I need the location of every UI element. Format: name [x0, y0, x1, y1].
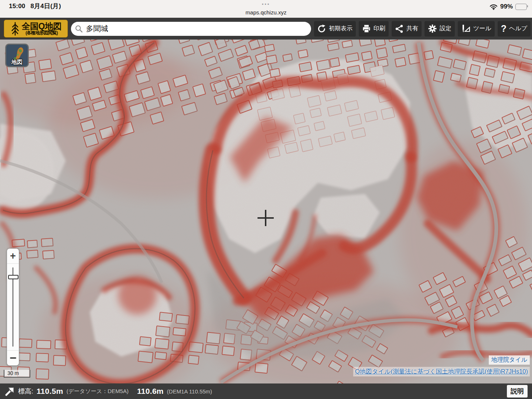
wifi-icon	[490, 4, 498, 10]
tools-button[interactable]: ツール	[458, 21, 495, 37]
map-canvas[interactable]: 地図 + 30 m 地理院タイル Q地図タイル(測量法に基づく国土地理院長承認(…	[0, 40, 532, 383]
layer-button-label: 地図	[6, 59, 28, 66]
site-logo[interactable]: 全国Q地図 (各種地形図閲覧)	[4, 20, 68, 38]
browser-menu-dots[interactable]: •••	[0, 1, 532, 7]
button-label: ツール	[473, 25, 491, 33]
refresh-icon	[317, 24, 326, 33]
cursor-arrow-icon	[5, 386, 15, 396]
search-icon	[75, 24, 83, 33]
button-label: 共有	[406, 25, 418, 33]
elevation-value-dem5a: 110.5m	[37, 387, 63, 396]
elevation-status-bar: 標高: 110.5m (データソース：DEM5A) 110.6m (DEM1A …	[0, 383, 532, 399]
app-toolbar: 全国Q地図 (各種地形図閲覧) 初期表示 印刷	[0, 18, 532, 40]
layer-switcher-button[interactable]: 地図	[5, 44, 29, 67]
logo-subtitle: (各種地形図閲覧)	[25, 31, 58, 35]
zoom-out-button[interactable]	[7, 350, 19, 365]
explain-button[interactable]: 説明	[507, 385, 528, 398]
question-mark-icon: ?	[501, 24, 507, 33]
zoom-slider-handle[interactable]	[8, 275, 18, 279]
printer-icon	[362, 24, 371, 33]
search-box	[71, 22, 311, 36]
battery-icon	[515, 4, 527, 10]
elevation-label: 標高:	[18, 387, 33, 396]
share-icon	[395, 24, 404, 33]
print-button[interactable]: 印刷	[359, 21, 389, 37]
search-input[interactable]	[85, 24, 309, 33]
elevation-value-dem1a: 110.6m	[137, 387, 164, 396]
attribution-qchizu-tiles-link[interactable]: Q地図タイル(測量法に基づく国土地理院長承認(使用)R7JHs10)	[353, 367, 530, 376]
battery-percent: 99%	[500, 3, 513, 10]
gear-icon	[428, 24, 437, 33]
zoom-in-button[interactable]: +	[7, 249, 19, 264]
button-label: ヘルプ	[509, 25, 527, 33]
button-label: 設定	[440, 25, 451, 33]
elevation-source-dem5a: (データソース：DEM5A)	[66, 388, 129, 395]
address-url: maps.qchizu.xyz	[0, 9, 532, 16]
ipad-status-bar: 15:008月4日(月) ••• maps.qchizu.xyz 99%	[0, 0, 532, 18]
map-scale-bar: 30 m	[4, 370, 30, 378]
reset-view-button[interactable]: 初期表示	[314, 21, 356, 37]
logo-title: 全国Q地図	[22, 22, 61, 31]
settings-button[interactable]: 設定	[424, 21, 455, 37]
button-label: 初期表示	[329, 25, 352, 33]
minus-icon	[10, 357, 16, 359]
status-indicators: 99%	[490, 3, 527, 10]
zoom-slider-track[interactable]	[7, 264, 19, 350]
conifer-tree-icon	[10, 21, 20, 36]
button-label: 印刷	[374, 25, 385, 33]
measure-tool-icon	[461, 24, 471, 34]
help-button[interactable]: ? ヘルプ	[498, 21, 531, 37]
share-button[interactable]: 共有	[392, 21, 422, 37]
zoom-control: +	[7, 248, 19, 366]
attribution-gsi-tiles-link[interactable]: 地理院タイル	[489, 355, 530, 365]
elevation-source-dem1a: (DEM1A 110.55m)	[167, 388, 212, 395]
